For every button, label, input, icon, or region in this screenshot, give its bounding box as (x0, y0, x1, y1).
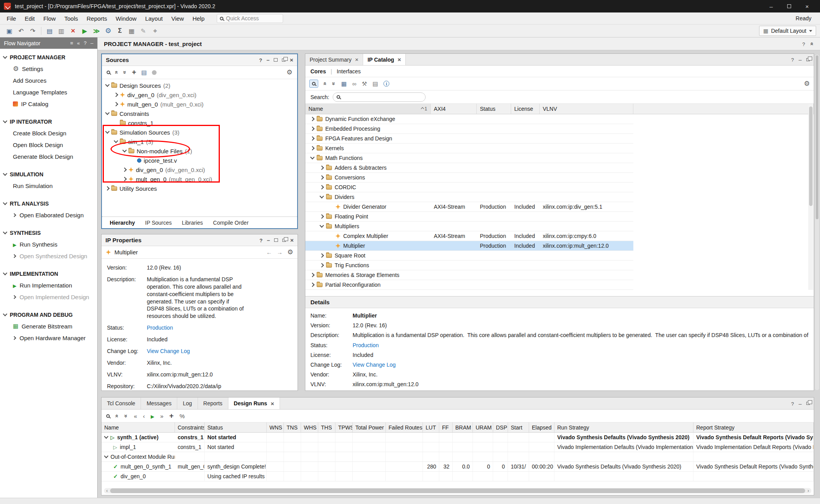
tree-row-non-module-files[interactable]: Non-module Files(1) (102, 146, 297, 156)
add-sources-icon[interactable] (132, 69, 136, 76)
nav-item-run-simulation[interactable]: Run Simulation (0, 180, 97, 192)
status-link[interactable]: Production (147, 324, 244, 332)
expander-icon[interactable] (310, 126, 314, 131)
float-icon[interactable] (806, 402, 810, 405)
expander-icon[interactable] (122, 167, 127, 172)
catalog-row[interactable]: Memories & Storage Elements (305, 270, 633, 280)
scrollbar-thumb[interactable] (110, 488, 805, 493)
settings-gear-icon[interactable] (287, 248, 293, 256)
tree-row-ipcore-test-v[interactable]: ipcore_test.v (102, 156, 297, 165)
detail-status-link[interactable]: Production (353, 342, 809, 349)
catalog-row[interactable]: Square Root (305, 251, 633, 261)
expander-icon[interactable] (319, 185, 324, 189)
minimize-icon[interactable] (266, 57, 269, 63)
run-row-impl-1[interactable]: impl_1 constrs_1 Not started Vivado Impl… (102, 442, 814, 452)
nav-item-language-templates[interactable]: Language Templates (0, 86, 97, 98)
expander-icon[interactable] (122, 148, 127, 152)
edit-button[interactable] (138, 26, 149, 36)
run-all-button[interactable] (91, 26, 102, 36)
search-icon[interactable] (309, 80, 318, 88)
expander-icon[interactable] (114, 92, 118, 97)
nav-item-generate-block-design[interactable]: Generate Block Design (0, 151, 97, 162)
expander-icon[interactable] (319, 175, 324, 179)
tab-compile-order[interactable]: Compile Order (209, 218, 253, 227)
expander-icon[interactable] (310, 146, 314, 150)
copy-button[interactable] (56, 26, 67, 36)
collapse-all-icon[interactable] (322, 82, 329, 85)
expander-icon[interactable] (310, 117, 314, 121)
scroll-right-icon[interactable]: › (805, 488, 811, 493)
skip-to-start-icon[interactable]: « (134, 413, 137, 419)
table-view-icon[interactable] (373, 80, 378, 87)
tree-row-constraints[interactable]: Constraints (102, 109, 297, 118)
tab-log[interactable]: Log (177, 398, 198, 409)
catalog-search-input[interactable] (333, 92, 426, 102)
settings-gear-icon[interactable] (287, 68, 292, 76)
nav-item-ip-catalog[interactable]: IP Catalog (0, 98, 97, 110)
maximize-icon[interactable] (274, 238, 278, 242)
expander-icon[interactable] (310, 282, 314, 287)
catalog-row[interactable]: Embedded Processing (305, 124, 633, 134)
maximize-icon[interactable] (274, 58, 278, 62)
scrollbar-thumb[interactable] (816, 55, 818, 219)
tree-row-sim-1[interactable]: sim_1(3) (102, 137, 297, 146)
taxonomy-icon[interactable] (352, 80, 357, 87)
catalog-row-multiplier-selected[interactable]: Multiplier Production Included xilinx.co… (305, 241, 633, 251)
run-row-div-gen-0[interactable]: div_gen_0 Using cached IP results (102, 472, 814, 481)
expander-icon[interactable] (105, 186, 109, 190)
tab-ip-catalog[interactable]: IP Catalog (363, 54, 406, 65)
file-icon[interactable] (141, 69, 147, 76)
step-back-icon[interactable]: ‹ (143, 413, 145, 419)
catalog-row[interactable]: CORDIC (305, 183, 633, 192)
collapse-icon[interactable] (809, 42, 815, 45)
help-icon[interactable] (791, 56, 794, 63)
expand-all-icon[interactable] (331, 82, 337, 85)
redo-button[interactable] (27, 26, 38, 36)
catalog-row-divider-generator[interactable]: Divider Generator AXI4-Stream Production… (305, 202, 633, 212)
expander-icon[interactable] (105, 110, 109, 115)
flow-navigator-collapse-icon[interactable]: « (77, 40, 80, 46)
catalog-row[interactable]: Kernels (305, 144, 633, 153)
catalog-row[interactable]: Floating Point (305, 212, 633, 222)
expander-icon[interactable] (319, 263, 324, 267)
catalog-row-multipliers[interactable]: Multipliers (305, 222, 633, 231)
section-project-manager[interactable]: PROJECT MANAGER (0, 52, 97, 63)
menu-reports[interactable]: Reports (82, 12, 112, 24)
nav-item-open-elaborated-design[interactable]: Open Elaborated Design (0, 209, 97, 221)
section-synthesis[interactable]: SYNTHESIS (0, 227, 97, 238)
back-arrow-icon[interactable]: ← (266, 249, 272, 256)
expander-icon[interactable] (104, 454, 108, 458)
column-license[interactable]: License (511, 104, 540, 114)
chevron-right-icon[interactable] (12, 213, 16, 217)
tree-row-sim-div-gen-0[interactable]: div_gen_0(div_gen_0.xci) (102, 165, 297, 174)
nav-item-run-synthesis[interactable]: Run Synthesis (0, 238, 97, 250)
run-row-synth-1[interactable]: synth_1 (active) constrs_1 Not started V… (102, 433, 814, 442)
expander-icon[interactable] (319, 253, 324, 257)
section-simulation[interactable]: SIMULATION (0, 169, 97, 180)
section-rtl-analysis[interactable]: RTL ANALYSIS (0, 198, 97, 209)
minimize-button[interactable]: – (762, 0, 780, 12)
catalog-scrollbar[interactable] (808, 104, 813, 290)
catalog-row-dividers[interactable]: Dividers (305, 192, 633, 202)
section-program-and-debug[interactable]: PROGRAM AND DEBUG (0, 309, 97, 320)
expander-icon[interactable] (319, 223, 324, 227)
expander-icon[interactable] (319, 194, 324, 198)
catalog-row[interactable]: Partial Reconfiguration (305, 280, 633, 290)
column-axi4[interactable]: AXI4 (431, 104, 477, 114)
catalog-row[interactable]: Trig Functions (305, 261, 633, 270)
menu-help[interactable]: Help (188, 12, 209, 24)
menu-view[interactable]: View (167, 12, 188, 24)
close-icon[interactable] (355, 56, 358, 63)
tab-libraries[interactable]: Libraries (177, 218, 208, 227)
flow-navigator-help-icon[interactable]: ? (84, 40, 87, 46)
group-by-hierarchy-icon[interactable] (341, 80, 347, 87)
save-button[interactable] (4, 26, 15, 36)
chevron-right-icon[interactable] (12, 336, 16, 340)
help-icon[interactable] (259, 237, 262, 243)
layout-grid-button[interactable] (126, 26, 137, 36)
expander-icon[interactable] (105, 129, 109, 133)
tree-row-utility-sources[interactable]: Utility Sources (102, 184, 297, 193)
nav-item-open-block-design[interactable]: Open Block Design (0, 139, 97, 151)
minimize-icon[interactable] (799, 400, 802, 407)
quick-access-search[interactable]: Quick Access (217, 14, 283, 23)
